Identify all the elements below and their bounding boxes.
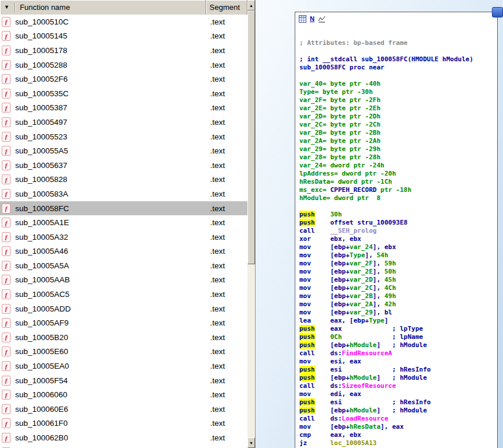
function-row[interactable]: fsub_10005E60.text bbox=[0, 345, 247, 359]
disasm-line[interactable]: mov [ebp+Type], 54h bbox=[299, 251, 497, 260]
function-row[interactable]: fsub_100060E6.text bbox=[0, 402, 247, 416]
disasm-line[interactable]: jz loc_10005A13 bbox=[299, 439, 497, 447]
function-segment: .text bbox=[207, 32, 247, 40]
disasm-line[interactable]: push [ebp+hModule] ; hModule bbox=[299, 341, 497, 349]
disasm-line[interactable]: var_29= byte ptr -29h bbox=[299, 145, 497, 153]
function-name: sub_10005F54 bbox=[15, 376, 207, 385]
disasm-line[interactable]: var_2B= byte ptr -2Bh bbox=[299, 129, 497, 137]
scroll-up-button[interactable]: ▲ bbox=[247, 0, 255, 10]
function-row[interactable]: fsub_10006060.text bbox=[0, 387, 247, 402]
function-row[interactable]: fsub_10005B20.text bbox=[0, 330, 247, 345]
disasm-line[interactable]: sub_100058FC proc near bbox=[299, 64, 497, 72]
disasm-line[interactable]: push esi ; hResInfo bbox=[299, 366, 497, 374]
disasm-line[interactable]: mov [ebp+var_24], ebx bbox=[299, 243, 497, 251]
disasm-line[interactable]: mov [ebp+var_2E], 50h bbox=[299, 268, 497, 276]
function-row[interactable]: fsub_10005637.text bbox=[0, 158, 247, 173]
disasm-line[interactable]: mov [ebp+var_2D], 45h bbox=[299, 276, 497, 284]
disasm-line[interactable]: push 30h bbox=[299, 211, 497, 219]
function-row[interactable]: fsub_10005387.text bbox=[0, 101, 247, 116]
function-row[interactable]: fsub_1000535C.text bbox=[0, 86, 247, 101]
function-segment: .text bbox=[207, 261, 247, 270]
disasm-line[interactable]: hResData= dword ptr -1Ch bbox=[299, 178, 497, 186]
function-row[interactable]: fsub_100055A5.text bbox=[0, 144, 247, 158]
function-row[interactable]: fsub_10005A46.text bbox=[0, 244, 247, 259]
disasm-line[interactable]: var_2E= byte ptr -2Eh bbox=[299, 104, 497, 113]
graph-icon[interactable] bbox=[318, 15, 326, 23]
column-header-function-name[interactable]: ▼ Function name bbox=[0, 0, 206, 15]
disasm-line[interactable]: var_2C= byte ptr -2Ch bbox=[299, 121, 497, 129]
disasm-line[interactable]: push esi ; hResInfo bbox=[299, 398, 497, 407]
disasm-line[interactable]: call __SEH_prolog bbox=[299, 227, 497, 235]
disasm-line[interactable]: ms_exc= CPPEH_RECORD ptr -18h bbox=[299, 186, 497, 194]
disasm-line[interactable] bbox=[299, 31, 497, 39]
disasm-line[interactable]: push [ebp+hModule] ; hModule bbox=[299, 374, 497, 382]
function-row[interactable]: fsub_10005A5A.text bbox=[0, 258, 247, 273]
disasm-line[interactable]: push [ebp+hModule] ; hModule bbox=[299, 407, 497, 415]
function-row[interactable]: fsub_10005288.text bbox=[0, 58, 247, 72]
sort-arrow-icon[interactable]: ▼ bbox=[4, 5, 9, 10]
function-row[interactable]: fsub_1000510C.text bbox=[0, 15, 247, 29]
disasm-line[interactable] bbox=[299, 202, 497, 211]
function-row[interactable]: fsub_100058FC.text bbox=[0, 201, 247, 216]
names-icon[interactable]: N bbox=[310, 15, 315, 22]
grid-icon[interactable] bbox=[299, 15, 306, 23]
disasm-line[interactable]: var_2D= byte ptr -2Dh bbox=[299, 113, 497, 121]
disasm-line[interactable]: cmp eax, ebx bbox=[299, 431, 497, 439]
disasm-line[interactable]: lpAddress= dword ptr -20h bbox=[299, 170, 497, 178]
disasm-line[interactable]: mov [ebp+var_2C], 4Ch bbox=[299, 284, 497, 292]
function-name: sub_10005288 bbox=[15, 61, 207, 69]
disasm-line[interactable]: var_28= byte ptr -28h bbox=[299, 153, 497, 162]
disasm-line[interactable]: push eax ; lpType bbox=[299, 325, 497, 333]
function-row[interactable]: fsub_10005828.text bbox=[0, 173, 247, 187]
disasm-line[interactable]: call ds:FindResourceA bbox=[299, 349, 497, 358]
disasm-line[interactable]: push 0Ch ; lpName bbox=[299, 333, 497, 341]
disasm-line[interactable]: push offset stru_100093E8 bbox=[299, 219, 497, 227]
scroll-down-button[interactable]: ▼ bbox=[247, 438, 255, 448]
disasm-line[interactable]: ; int __stdcall sub_100058FC(HMODULE hMo… bbox=[299, 55, 497, 64]
disasm-line[interactable] bbox=[299, 72, 497, 80]
disasm-line[interactable]: var_24= dword ptr -24h bbox=[299, 162, 497, 170]
function-row[interactable]: fsub_100062B0.text bbox=[0, 430, 247, 445]
disasm-line[interactable]: mov [ebp+var_2F], 59h bbox=[299, 260, 497, 268]
disasm-line[interactable]: call ds:SizeofResource bbox=[299, 382, 497, 390]
disasm-line[interactable]: var_2F= byte ptr -2Fh bbox=[299, 96, 497, 104]
disasm-line[interactable]: mov edi, eax bbox=[299, 390, 497, 398]
function-row[interactable]: fsub_10005AAB.text bbox=[0, 273, 247, 288]
function-row[interactable]: fsub_10005F54.text bbox=[0, 373, 247, 388]
disasm-line[interactable]: xor ebx, ebx bbox=[299, 235, 497, 243]
function-name-header-label: Function name bbox=[20, 3, 70, 12]
function-row[interactable]: fsub_10005145.text bbox=[0, 29, 247, 44]
function-row[interactable]: fsub_10005AF9.text bbox=[0, 316, 247, 330]
disasm-line[interactable]: mov [ebp+var_2A], 42h bbox=[299, 300, 497, 309]
disasm-line[interactable]: mov esi, eax bbox=[299, 358, 497, 366]
function-segment: .text bbox=[207, 146, 247, 155]
disasm-line[interactable]: ; Attributes: bp-based frame bbox=[299, 39, 497, 47]
vertical-scrollbar[interactable]: ▲ ▼ bbox=[247, 0, 255, 448]
disasm-line[interactable]: mov [ebp+var_2B], 49h bbox=[299, 292, 497, 300]
disasm-line[interactable]: var_40= byte ptr -40h bbox=[299, 80, 497, 88]
disasm-line[interactable]: hModule= dword ptr 8 bbox=[299, 194, 497, 202]
function-row[interactable]: fsub_10005ADD.text bbox=[0, 302, 247, 316]
disasm-line[interactable]: var_2A= byte ptr -2Ah bbox=[299, 137, 497, 145]
function-row[interactable]: fsub_10005AC5.text bbox=[0, 287, 247, 302]
app-corner-icon[interactable] bbox=[492, 7, 503, 18]
disasm-line[interactable]: Type= byte ptr -30h bbox=[299, 88, 497, 96]
function-row[interactable]: fsub_10005EA0.text bbox=[0, 359, 247, 373]
disasm-line[interactable]: lea eax, [ebp+Type] bbox=[299, 317, 497, 325]
function-row[interactable]: fsub_10005178.text bbox=[0, 43, 247, 58]
function-row[interactable]: fsub_10005523.text bbox=[0, 130, 247, 144]
function-row[interactable]: fsub_100052F6.text bbox=[0, 72, 247, 86]
function-row[interactable]: fsub_10005497.text bbox=[0, 115, 247, 130]
disasm-line[interactable]: call ds:LoadResource bbox=[299, 415, 497, 423]
function-row-partial[interactable]: f bbox=[0, 445, 247, 448]
disasm-line[interactable]: mov [ebp+hResData], eax bbox=[299, 423, 497, 431]
function-row[interactable]: fsub_1000583A.text bbox=[0, 187, 247, 201]
function-row[interactable]: fsub_100061F0.text bbox=[0, 416, 247, 431]
function-segment: .text bbox=[207, 405, 247, 414]
function-row[interactable]: fsub_10005A1E.text bbox=[0, 215, 247, 230]
scrollbar-thumb[interactable] bbox=[247, 10, 255, 264]
disasm-line[interactable]: mov [ebp+var_29], bl bbox=[299, 309, 497, 317]
function-row[interactable]: fsub_10005A32.text bbox=[0, 230, 247, 244]
column-header-segment[interactable]: Segment bbox=[206, 0, 247, 15]
disasm-line[interactable] bbox=[299, 47, 497, 55]
